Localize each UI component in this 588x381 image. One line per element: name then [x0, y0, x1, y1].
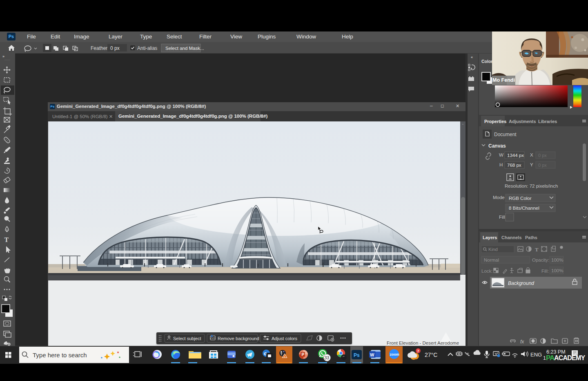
- svg-text:Fill:: Fill:: [541, 269, 549, 273]
- svg-text:Channels: Channels: [501, 235, 522, 240]
- svg-text:Document: Document: [494, 132, 517, 137]
- svg-text:Canvas: Canvas: [488, 143, 506, 149]
- svg-text:Fill: Fill: [499, 215, 505, 220]
- svg-text:Mode: Mode: [493, 195, 505, 200]
- svg-text:Lock:: Lock:: [481, 269, 493, 273]
- svg-text:T: T: [535, 247, 539, 253]
- svg-text:Normal: Normal: [484, 258, 499, 262]
- svg-text:RGB Color: RGB Color: [509, 196, 532, 201]
- svg-text:Properties: Properties: [484, 119, 506, 124]
- svg-text:W: W: [370, 352, 374, 357]
- svg-text:X: X: [530, 152, 533, 157]
- svg-text:27°C: 27°C: [425, 352, 437, 358]
- svg-text:Select subject: Select subject: [173, 336, 201, 341]
- svg-text:Front Elevation - Desert Aerod: Front Elevation - Desert Aerodome: [387, 341, 459, 345]
- svg-text:Opacity:: Opacity:: [532, 258, 549, 262]
- svg-text:Anti-alias: Anti-alias: [137, 45, 157, 51]
- svg-text:0 px: 0 px: [110, 45, 120, 51]
- svg-text:Color: Color: [481, 59, 492, 64]
- svg-text:0 px: 0 px: [538, 163, 547, 168]
- svg-text:33: 33: [325, 355, 330, 360]
- svg-text:100%: 100%: [551, 268, 563, 273]
- svg-text:1: 1: [543, 355, 546, 361]
- svg-text:Select and Mask...: Select and Mask...: [165, 46, 204, 51]
- svg-text:100%: 100%: [551, 258, 563, 262]
- svg-text:ACADEMY: ACADEMY: [554, 354, 585, 361]
- svg-text:P: P: [302, 352, 305, 357]
- svg-text:Type here to search: Type here to search: [33, 352, 87, 359]
- svg-text:H: H: [499, 162, 503, 167]
- svg-text:PA: PA: [546, 354, 555, 362]
- svg-text:Layers: Layers: [483, 235, 497, 240]
- svg-text:»: »: [2, 54, 4, 58]
- svg-text:ENG: ENG: [530, 352, 542, 358]
- svg-text:!: !: [284, 355, 285, 358]
- svg-text:8 Bits/Channel: 8 Bits/Channel: [509, 206, 539, 211]
- svg-text:«: «: [471, 55, 473, 59]
- svg-text:zoom: zoom: [390, 352, 400, 356]
- svg-text:W: W: [499, 152, 503, 157]
- svg-text:1344 px: 1344 px: [507, 153, 524, 158]
- svg-text:T: T: [4, 236, 9, 243]
- svg-text:Adjust colors: Adjust colors: [272, 336, 297, 341]
- svg-text:Remove background: Remove background: [218, 336, 259, 341]
- svg-text:Adjustments: Adjustments: [509, 119, 536, 124]
- svg-text:Resolution: 72 pixels/inch: Resolution: 72 pixels/inch: [505, 184, 558, 188]
- svg-text:0 px: 0 px: [538, 153, 547, 158]
- svg-text:Ps: Ps: [354, 352, 360, 358]
- svg-text:7: 7: [417, 349, 419, 353]
- svg-text:Kind: Kind: [488, 247, 498, 252]
- svg-text:T: T: [281, 353, 283, 356]
- svg-text:fx: fx: [520, 339, 524, 345]
- svg-text:Feather:: Feather:: [91, 45, 109, 51]
- svg-text:Paths: Paths: [525, 235, 537, 240]
- svg-text:768 px: 768 px: [507, 163, 521, 168]
- svg-text:Libraries: Libraries: [538, 119, 557, 124]
- svg-text:Background: Background: [508, 280, 534, 286]
- svg-text:Y: Y: [530, 162, 533, 167]
